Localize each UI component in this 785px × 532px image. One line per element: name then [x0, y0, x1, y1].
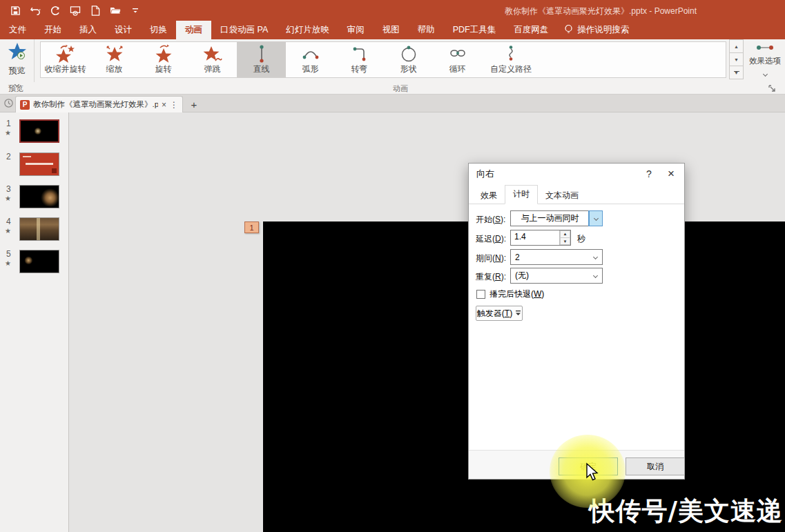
slide-thumbnail-image[interactable]: [19, 185, 59, 208]
label-text: ): [510, 308, 512, 318]
watermark-text: 快传号/美文速递: [589, 494, 783, 529]
animation-gallery: 收缩并旋转 缩放 旋转 弹跳: [40, 41, 726, 78]
gallery-item-arc-path[interactable]: 弧形: [286, 42, 335, 77]
tab-transitions[interactable]: 切换: [141, 21, 176, 39]
tab-file[interactable]: 文件: [0, 21, 35, 39]
gallery-item-shape-path[interactable]: 形状: [384, 42, 433, 77]
tab-design[interactable]: 设计: [106, 21, 141, 39]
repeat-combobox[interactable]: (无): [510, 268, 603, 284]
tab-slideshow[interactable]: 幻灯片放映: [277, 21, 338, 39]
ok-button[interactable]: 确定: [559, 457, 618, 475]
gallery-item-custom-path[interactable]: 自定义路径: [482, 42, 540, 77]
slide-thumbnail-image[interactable]: [19, 119, 59, 143]
tab-animations[interactable]: 动画: [176, 21, 211, 39]
tab-help[interactable]: 帮助: [409, 21, 444, 39]
slide-thumbnail-1[interactable]: 1 ★: [0, 119, 69, 148]
delay-spin-up-icon[interactable]: ▲: [560, 230, 570, 238]
new-tab-button[interactable]: +: [187, 97, 201, 111]
tab-insert[interactable]: 插入: [70, 21, 106, 39]
repeat-combobox-dropdown-icon[interactable]: [589, 268, 602, 283]
tab-history-icon[interactable]: [3, 98, 14, 111]
slideshow-icon[interactable]: [68, 3, 82, 17]
tab-pdf-tools[interactable]: PDF工具集: [444, 21, 505, 39]
animation-star-icon: ★: [5, 129, 11, 137]
tab-close-icon[interactable]: ×: [162, 100, 166, 110]
animation-timing-dialog: 向右 ? × 效果 计时 文本动画 开始(S): 与上一动画同时 延迟(D): …: [468, 163, 685, 480]
gallery-item-zoom[interactable]: 缩放: [90, 42, 139, 77]
animation-dialog-launcher[interactable]: [768, 83, 777, 95]
slide-thumbnail-2[interactable]: 2: [0, 152, 69, 181]
start-combobox-dropdown-icon[interactable]: [589, 211, 602, 226]
slide-thumbnail-image[interactable]: [19, 152, 59, 176]
open-folder-icon[interactable]: [108, 3, 122, 17]
document-tab[interactable]: P 教你制作《遮罩动画聚光灯效果》.pptx × ⋮: [15, 96, 183, 112]
save-icon[interactable]: [8, 3, 22, 17]
path-line-icon: [253, 44, 271, 63]
gallery-item-turn-path[interactable]: 转弯: [335, 42, 384, 77]
effect-options-button[interactable]: 效果选项: [746, 42, 784, 79]
tab-pocket-animation[interactable]: 口袋动画 PA: [211, 21, 277, 39]
gallery-more-icon[interactable]: ▼: [729, 66, 744, 79]
undo-icon[interactable]: [28, 3, 42, 17]
trigger-button[interactable]: 触发器(T): [476, 306, 523, 321]
gallery-item-spin[interactable]: 旋转: [139, 42, 188, 77]
powerpoint-window: 教你制作《遮罩动画聚光灯效果》.pptx - PowerPoint 文件 开始 …: [0, 0, 785, 532]
rewind-checkbox-row[interactable]: 播完后快退(W): [476, 288, 544, 300]
preview-star-icon: [8, 52, 27, 63]
tab-view[interactable]: 视图: [374, 21, 409, 39]
customize-toolbar-icon[interactable]: [128, 3, 142, 17]
duration-combobox-dropdown-icon[interactable]: [589, 250, 602, 264]
star-shrink-turn-icon: [55, 44, 76, 63]
tab-baidu-netdisk[interactable]: 百度网盘: [505, 21, 557, 39]
gallery-item-label: 收缩并旋转: [41, 63, 90, 75]
gallery-scroll-up-icon[interactable]: ▲: [729, 39, 744, 53]
rewind-checkbox[interactable]: [476, 290, 485, 299]
redo-icon[interactable]: [48, 3, 62, 17]
tell-me-search[interactable]: 操作说明搜索: [557, 21, 636, 39]
dialog-footer: 确定 取消: [469, 450, 684, 479]
label-text: 播完后快退(: [490, 289, 534, 299]
tab-home[interactable]: 开始: [35, 21, 70, 39]
dialog-tab-text-animation[interactable]: 文本动画: [538, 188, 586, 204]
start-combobox[interactable]: 与上一动画同时: [510, 210, 603, 226]
slide-number: 3: [6, 184, 11, 194]
gallery-scrollbar: ▲ ▼ ▼: [729, 40, 744, 79]
label-text: ):: [501, 272, 506, 282]
effect-options-icon: [756, 43, 774, 52]
effect-options-label: 效果选项: [746, 56, 784, 66]
gallery-item-loop-path[interactable]: 循环: [433, 42, 482, 77]
gallery-item-bounce[interactable]: 弹跳: [188, 42, 237, 77]
gallery-item-shrink-turn[interactable]: 收缩并旋转: [41, 42, 90, 77]
slide-thumbnail-5[interactable]: 5 ★: [0, 249, 69, 278]
gallery-item-line-path[interactable]: 直线: [237, 42, 286, 77]
label-text: ):: [501, 215, 505, 224]
rewind-checkbox-label: 播完后快退(W): [490, 288, 544, 300]
delay-spinner[interactable]: 1.4 ▲ ▼: [510, 230, 571, 246]
animation-number-badge[interactable]: 1: [244, 221, 259, 233]
label-accesskey: S: [495, 215, 501, 224]
duration-combobox[interactable]: 2: [510, 249, 603, 265]
tab-more-icon[interactable]: ⋮: [170, 100, 178, 110]
slide-thumbnail-image[interactable]: [19, 217, 59, 241]
slide-thumbnail-3[interactable]: 3 ★: [0, 184, 69, 213]
delay-unit-label: 秒: [577, 233, 585, 245]
delay-spin-down-icon[interactable]: ▼: [560, 237, 570, 245]
dialog-help-icon[interactable]: ?: [639, 165, 659, 183]
label-accesskey: R: [495, 272, 501, 282]
gallery-scroll-down-icon[interactable]: ▼: [729, 52, 744, 66]
new-file-icon[interactable]: [88, 3, 102, 17]
animation-star-icon: ★: [5, 195, 11, 202]
slide-thumbnail-image[interactable]: [19, 250, 59, 273]
preview-button[interactable]: 预览: [0, 39, 35, 82]
dialog-tab-timing[interactable]: 计时: [505, 185, 538, 204]
dialog-tab-effect[interactable]: 效果: [473, 188, 505, 204]
slide-number: 1: [6, 119, 11, 128]
tab-review[interactable]: 审阅: [338, 21, 374, 39]
path-loop-icon: [447, 44, 468, 63]
label-text: 触发器(: [477, 308, 505, 318]
document-tab-bar: P 教你制作《遮罩动画聚光灯效果》.pptx × ⋮ +: [0, 95, 785, 112]
cancel-button[interactable]: 取消: [626, 457, 685, 475]
dialog-close-icon[interactable]: ×: [661, 165, 681, 183]
slide-thumbnail-4[interactable]: 4 ★: [0, 217, 69, 246]
gallery-item-label: 直线: [237, 63, 286, 75]
